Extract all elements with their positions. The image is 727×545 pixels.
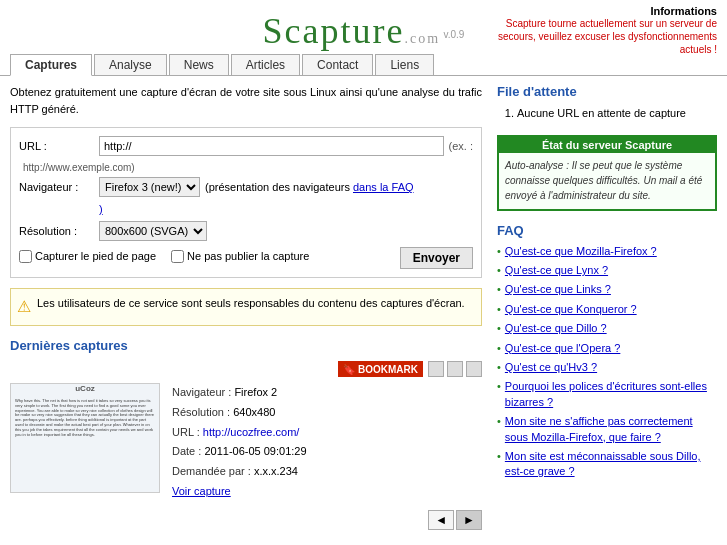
faq-link[interactable]: Qu'est-ce que Konqueror ? [505, 302, 637, 317]
voir-capture-link[interactable]: Voir capture [172, 485, 231, 497]
right-panel: File d'attente Aucune URL en attente de … [497, 84, 717, 545]
warning-box: ⚠ Les utilisateurs de ce service sont se… [10, 288, 482, 326]
ci-date-value: 2011-06-05 09:01:29 [204, 445, 306, 457]
faq-title: FAQ [497, 223, 717, 238]
last-captures-title: Dernières captures [10, 338, 482, 353]
check-footer: Capturer le pied de page [19, 250, 156, 263]
header: Informations Scapture tourne actuellemen… [0, 0, 727, 54]
ci-res-value: 640x480 [233, 406, 275, 418]
ci-res-label: Résolution : [172, 406, 230, 418]
next-button[interactable]: ► [456, 510, 482, 530]
tab-analyse[interactable]: Analyse [94, 54, 167, 75]
ci-nav-value: Firefox 2 [234, 386, 277, 398]
check-nopub: Ne pas publier la capture [171, 250, 309, 263]
nav-row: Navigateur : Firefox 3 (new!) Firefox 2 … [19, 177, 473, 197]
ci-date-label: Date : [172, 445, 201, 457]
status-title: État du serveur Scapture [499, 137, 715, 153]
tab-captures[interactable]: Captures [10, 54, 92, 76]
url-input[interactable] [99, 136, 444, 156]
status-text: Auto-analyse : Il se peut que le système… [505, 158, 709, 203]
ci-ip-label: Demandée par : [172, 465, 251, 477]
faq-item: Qu'est-ce que Links ? [497, 282, 717, 297]
capture-result: uCoz Why have this. The net is that how … [10, 383, 482, 502]
faq-link[interactable]: Qu'est-ce que Links ? [505, 282, 611, 297]
prev-button[interactable]: ◄ [428, 510, 454, 530]
faq-link[interactable]: Pourquoi les polices d'écritures sont-el… [505, 379, 717, 410]
faq-item: Mon site ne s'affiche pas correctement s… [497, 414, 717, 445]
footer-label: Capturer le pied de page [35, 250, 156, 262]
faq-item: Pourquoi les polices d'écritures sont-el… [497, 379, 717, 410]
bookmark-bar: 🔖 BOOKMARK [10, 361, 482, 377]
url-label: URL : [19, 140, 99, 152]
faq-link[interactable]: Qu'est-ce que l'Opera ? [505, 341, 620, 356]
faq-link[interactable]: Qu'est-ce que Lynx ? [505, 263, 608, 278]
form-area: URL : (ex. : http://www.exemple.com) Nav… [10, 127, 482, 278]
queue-title: File d'attente [497, 84, 717, 99]
nav-label: Navigateur : [19, 181, 99, 193]
faq-link[interactable]: Mon site est méconnaissable sous Dillo, … [505, 449, 717, 480]
queue-item: Aucune URL en attente de capture [517, 105, 717, 123]
ci-ip: Demandée par : x.x.x.234 [172, 462, 307, 482]
bm-icon-3 [466, 361, 482, 377]
footer-checkbox[interactable] [19, 250, 32, 263]
faq-link[interactable]: Qu'est-ce que Dillo ? [505, 321, 607, 336]
url-row: URL : (ex. : [19, 136, 473, 156]
faq-list: Qu'est-ce que Mozilla-Firefox ?Qu'est-ce… [497, 244, 717, 480]
url-ex: (ex. : [449, 140, 473, 152]
warning-icon: ⚠ [17, 295, 31, 319]
ci-nav: Navigateur : Firefox 2 [172, 383, 307, 403]
tab-liens[interactable]: Liens [375, 54, 434, 75]
bookmark-button[interactable]: 🔖 BOOKMARK [338, 361, 423, 377]
bm-icon-2 [447, 361, 463, 377]
ci-nav-label: Navigateur : [172, 386, 231, 398]
res-label: Résolution : [19, 225, 99, 237]
queue-list: Aucune URL en attente de capture [497, 105, 717, 123]
bookmark-icon: 🔖 [343, 364, 355, 375]
nopub-label: Ne pas publier la capture [187, 250, 309, 262]
ci-url: URL : http://ucozfree.com/ [172, 423, 307, 443]
status-box: État du serveur Scapture Auto-analyse : … [497, 135, 717, 211]
tab-articles[interactable]: Articles [231, 54, 300, 75]
resolution-select[interactable]: 800x600 (SVGA) 1024x768 (XGA) 1280x1024 [99, 221, 207, 241]
info-warning: Scapture tourne actuellement sur un serv… [467, 17, 717, 56]
capture-thumbnail: uCoz Why have this. The net is that how … [10, 383, 160, 493]
faq-item: Qu'est-ce que l'Opera ? [497, 341, 717, 356]
bookmark-icons [428, 361, 482, 377]
ci-res: Résolution : 640x480 [172, 403, 307, 423]
url-hint: http://www.exemple.com) [19, 162, 473, 173]
logo: Scapture.com [263, 10, 441, 52]
info-title: Informations [467, 5, 717, 17]
nav-link-text: (présentation des navigateurs [205, 181, 350, 193]
pagination: ◄ ► [10, 510, 482, 530]
faq-nav-link[interactable]: dans la FAQ [353, 181, 414, 193]
main: Obtenez gratuitement une capture d'écran… [0, 84, 727, 545]
thumb-content: Why have this. The net is that how is no… [11, 395, 159, 493]
faq-item: Mon site est méconnaissable sous Dillo, … [497, 449, 717, 480]
queue-section: File d'attente Aucune URL en attente de … [497, 84, 717, 123]
faq-item: Qu'est-ce que Dillo ? [497, 321, 717, 336]
faq-link[interactable]: Mon site ne s'affiche pas correctement s… [505, 414, 717, 445]
faq-link[interactable]: Qu'est ce qu'Hv3 ? [505, 360, 597, 375]
capture-info: Navigateur : Firefox 2 Résolution : 640x… [172, 383, 307, 502]
faq-link[interactable]: Qu'est-ce que Mozilla-Firefox ? [505, 244, 657, 259]
check-row: Capturer le pied de page Ne pas publier … [19, 250, 309, 263]
tab-contact[interactable]: Contact [302, 54, 373, 75]
ci-voir: Voir capture [172, 482, 307, 502]
thumb-site-name: uCoz [11, 384, 159, 393]
browser-select[interactable]: Firefox 3 (new!) Firefox 2 Lynx Links Ko… [99, 177, 200, 197]
faq-item: Qu'est-ce que Lynx ? [497, 263, 717, 278]
info-box: Informations Scapture tourne actuellemen… [467, 5, 717, 56]
send-button[interactable]: Envoyer [400, 247, 473, 269]
faq-close-link[interactable]: ) [99, 203, 103, 215]
faq-item: Qu'est-ce que Konqueror ? [497, 302, 717, 317]
left-panel: Obtenez gratuitement une capture d'écran… [10, 84, 482, 545]
ci-ip-value: x.x.x.234 [254, 465, 298, 477]
bookmark-label: BOOKMARK [358, 364, 418, 375]
description: Obtenez gratuitement une capture d'écran… [10, 84, 482, 117]
nopub-checkbox[interactable] [171, 250, 184, 263]
tab-news[interactable]: News [169, 54, 229, 75]
ci-url-label: URL : [172, 426, 200, 438]
last-captures: Dernières captures 🔖 BOOKMARK uCoz Why h… [10, 338, 482, 530]
warning-text: Les utilisateurs de ce service sont seul… [37, 295, 465, 312]
ci-date: Date : 2011-06-05 09:01:29 [172, 442, 307, 462]
